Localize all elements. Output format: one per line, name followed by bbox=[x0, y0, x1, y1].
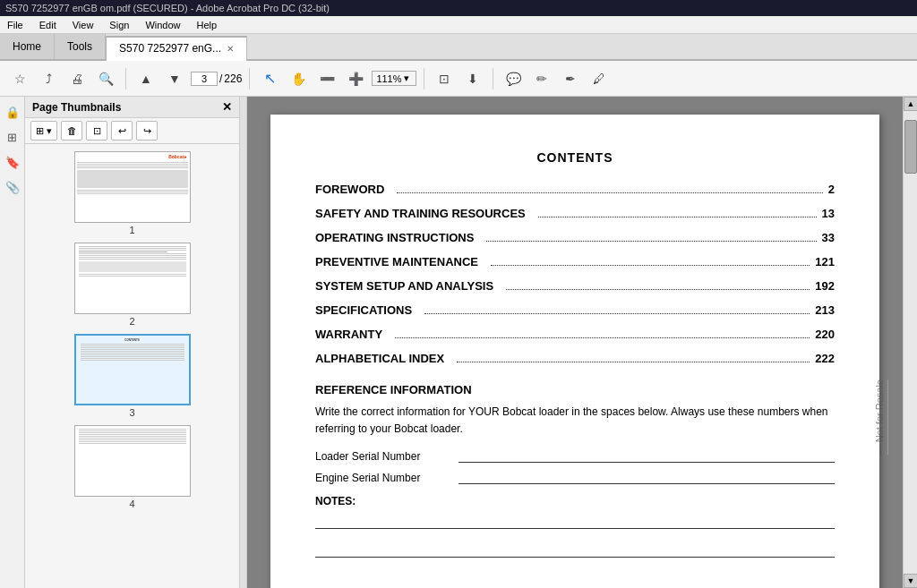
tab-doc-label: S570 7252977 enG... bbox=[119, 42, 221, 55]
toolbar-fit-page-icon[interactable]: ⊡ bbox=[432, 66, 457, 91]
scroll-track[interactable] bbox=[904, 111, 917, 574]
toc-page-operating: 33 bbox=[822, 231, 835, 244]
sidebar-undo-btn[interactable]: ↩ bbox=[111, 121, 133, 141]
thumb-frame-3: CONTENTS bbox=[74, 334, 191, 405]
toolbar-hand-icon[interactable]: ✋ bbox=[286, 66, 311, 91]
sidebar-view-btn[interactable]: ⊞ ▾ bbox=[30, 121, 57, 141]
main-area: 🔒 ⊞ 🔖 📎 Page Thumbnails ✕ ⊞ ▾ 🗑 ⊡ ↩ ↪ Bo… bbox=[0, 97, 917, 588]
toolbar-select-icon[interactable]: ↖ bbox=[257, 66, 282, 91]
pages-icon[interactable]: ⊞ bbox=[3, 127, 22, 147]
toolbar-next-page-icon[interactable]: ▼ bbox=[162, 66, 187, 91]
tab-home[interactable]: Home bbox=[0, 34, 55, 59]
menu-help[interactable]: Help bbox=[193, 18, 221, 32]
lock-icon[interactable]: 🔒 bbox=[3, 102, 22, 122]
menu-file[interactable]: File bbox=[4, 18, 27, 32]
loader-serial-label: Loader Serial Number bbox=[315, 450, 458, 463]
notes-line-1 bbox=[315, 515, 835, 529]
title-bar: S570 7252977 enGB om.pdf (SECURED) - Ado… bbox=[0, 0, 917, 16]
menu-bar: File Edit View Sign Window Help bbox=[0, 16, 917, 34]
toc-dots-safety bbox=[538, 207, 817, 217]
ref-info-title: REFERENCE INFORMATION bbox=[315, 383, 835, 396]
sidebar-toolbar: ⊞ ▾ 🗑 ⊡ ↩ ↪ bbox=[25, 118, 239, 144]
toc-page-safety: 13 bbox=[822, 207, 835, 220]
thumbnail-3[interactable]: CONTENTS 3 bbox=[74, 334, 191, 418]
toolbar-sep-4 bbox=[493, 68, 493, 89]
scroll-down-arrow[interactable]: ▼ bbox=[904, 574, 917, 588]
toc-entry-index: ALPHABETICAL INDEX 222 bbox=[315, 352, 835, 365]
pdf-page: CONTENTS FOREWORD 2 SAFETY AND TRAINING … bbox=[270, 115, 879, 588]
toc-entry-preventive: PREVENTIVE MAINTENANCE 121 bbox=[315, 255, 835, 268]
notes-label: NOTES: bbox=[315, 495, 835, 507]
toc-page-foreword: 2 bbox=[828, 183, 835, 196]
resize-handle[interactable] bbox=[240, 97, 247, 588]
sidebar-title: Page Thumbnails bbox=[32, 101, 121, 114]
toolbar-sep-1 bbox=[125, 68, 126, 89]
scroll-up-arrow[interactable]: ▲ bbox=[904, 97, 917, 111]
thumbnail-area: Bobcat ▸ 1 bbox=[25, 144, 239, 588]
toolbar-bookmark-icon[interactable]: ☆ bbox=[7, 66, 32, 91]
pdf-contents-title: CONTENTS bbox=[315, 150, 835, 165]
thumbnail-1[interactable]: Bobcat ▸ 1 bbox=[74, 151, 191, 235]
thumb-frame-2 bbox=[74, 243, 191, 314]
toc-label-foreword: FOREWORD bbox=[315, 183, 384, 196]
attachment-icon[interactable]: 📎 bbox=[3, 177, 22, 197]
toolbar-share-icon[interactable]: ⤴ bbox=[36, 66, 61, 91]
engine-serial-row: Engine Serial Number bbox=[315, 470, 835, 484]
toolbar-sep-2 bbox=[249, 68, 250, 89]
loader-serial-row: Loader Serial Number bbox=[315, 448, 835, 463]
menu-edit[interactable]: Edit bbox=[36, 18, 60, 32]
toolbar: ☆ ⤴ 🖨 🔍 ▲ ▼ / 226 ↖ ✋ ➖ ➕ 111% ▾ ⊡ ⬇ 💬 ✏… bbox=[0, 61, 917, 97]
tab-tools[interactable]: Tools bbox=[55, 34, 106, 59]
toolbar-sign-icon[interactable]: 🖊 bbox=[587, 66, 612, 91]
page-number-input[interactable] bbox=[191, 72, 218, 86]
toc-label-operating: OPERATING INSTRUCTIONS bbox=[315, 231, 474, 244]
thumb-frame-1: Bobcat ▸ bbox=[74, 151, 191, 223]
toolbar-zoom-icon[interactable]: 🔍 bbox=[93, 66, 118, 91]
toc-entry-foreword: FOREWORD 2 bbox=[315, 183, 835, 196]
tab-tools-label: Tools bbox=[67, 40, 92, 53]
engine-serial-line bbox=[458, 470, 835, 484]
thumbnail-4[interactable]: 4 bbox=[74, 425, 191, 509]
zoom-dropdown[interactable]: 111% ▾ bbox=[372, 71, 416, 86]
right-scrollbar: ▲ ▼ bbox=[903, 97, 917, 588]
toc-page-system: 192 bbox=[815, 279, 835, 293]
toc-page-index: 222 bbox=[815, 352, 835, 365]
zoom-chevron-icon: ▾ bbox=[404, 72, 409, 84]
menu-view[interactable]: View bbox=[69, 18, 98, 32]
pdf-area[interactable]: CONTENTS FOREWORD 2 SAFETY AND TRAINING … bbox=[247, 97, 903, 588]
sidebar-embed-btn[interactable]: ⊡ bbox=[86, 121, 107, 141]
toc-label-system: SYSTEM SETUP AND ANALYSIS bbox=[315, 279, 493, 293]
toc-entry-warranty: WARRANTY 220 bbox=[315, 328, 835, 341]
toolbar-zoom-out-icon[interactable]: ➖ bbox=[314, 66, 339, 91]
toc-list: FOREWORD 2 SAFETY AND TRAINING RESOURCES… bbox=[315, 183, 835, 365]
toolbar-comment-icon[interactable]: 💬 bbox=[501, 66, 526, 91]
bookmark-nav-icon[interactable]: 🔖 bbox=[3, 152, 22, 172]
menu-window[interactable]: Window bbox=[141, 18, 184, 32]
toolbar-edit-icon[interactable]: ✏ bbox=[529, 66, 554, 91]
toc-entry-operating: OPERATING INSTRUCTIONS 33 bbox=[315, 231, 835, 244]
thumbnail-2[interactable]: 2 bbox=[74, 243, 191, 327]
loader-serial-line bbox=[458, 448, 835, 463]
tab-close-icon[interactable]: ✕ bbox=[227, 44, 234, 54]
thumb-label-3: 3 bbox=[129, 407, 134, 418]
toolbar-print-icon[interactable]: 🖨 bbox=[64, 66, 90, 91]
sidebar-close-icon[interactable]: ✕ bbox=[222, 100, 232, 114]
toolbar-download-icon[interactable]: ⬇ bbox=[460, 66, 485, 91]
scroll-thumb[interactable] bbox=[904, 120, 917, 174]
sidebar-redo-btn[interactable]: ↪ bbox=[136, 121, 158, 141]
menu-sign[interactable]: Sign bbox=[106, 18, 133, 32]
toc-dots-operating bbox=[486, 231, 816, 242]
toolbar-zoom-in-icon[interactable]: ➕ bbox=[343, 66, 368, 91]
sidebar-header: Page Thumbnails ✕ bbox=[25, 97, 239, 118]
thumb-label-1: 1 bbox=[129, 225, 134, 235]
toolbar-draw-icon[interactable]: ✒ bbox=[558, 66, 583, 91]
toolbar-prev-page-icon[interactable]: ▲ bbox=[133, 66, 159, 91]
thumb-frame-4 bbox=[74, 425, 191, 497]
toc-entry-system: SYSTEM SETUP AND ANALYSIS 192 bbox=[315, 279, 835, 293]
total-pages: 226 bbox=[224, 72, 242, 85]
toc-label-warranty: WARRANTY bbox=[315, 328, 382, 341]
tab-doc[interactable]: S570 7252977 enG... ✕ bbox=[106, 36, 247, 61]
toolbar-sep-3 bbox=[424, 68, 424, 89]
thumb-label-4: 4 bbox=[129, 499, 134, 509]
sidebar-delete-btn[interactable]: 🗑 bbox=[61, 121, 82, 141]
